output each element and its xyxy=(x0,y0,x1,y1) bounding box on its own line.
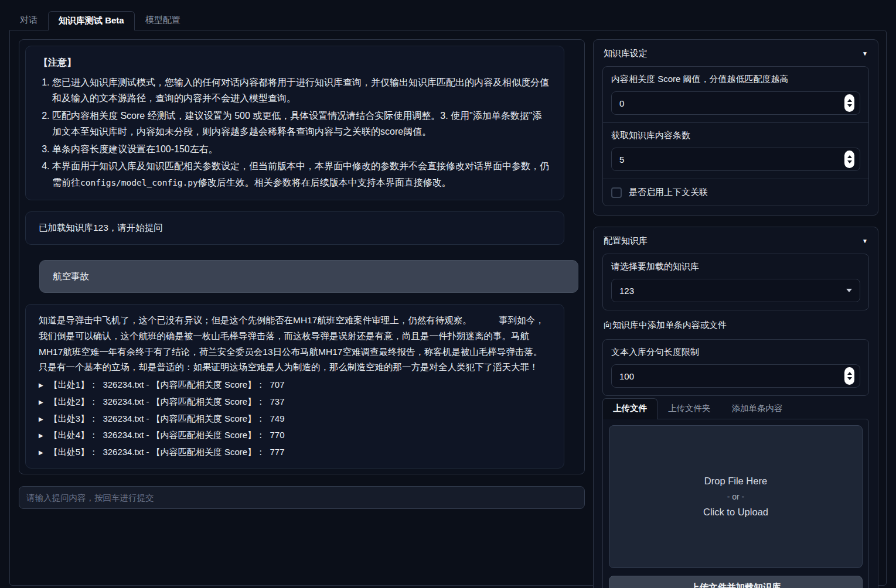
tab-kb-test[interactable]: 知识库测试 Beta xyxy=(48,11,135,30)
stepper-up-icon[interactable] xyxy=(847,372,852,375)
notice-item: 本界面用于知识入库及知识匹配相关参数设定，但当前版本中，本界面中修改的参数并不会… xyxy=(52,158,551,190)
context-link-checkbox[interactable] xyxy=(611,187,622,198)
tab-model-config[interactable]: 模型配置 xyxy=(135,11,191,30)
kb-config-accordion-header[interactable]: 配置知识库 ▼ xyxy=(602,234,869,254)
score-threshold-label: 内容相关度 Score 阈值，分值越低匹配度越高 xyxy=(611,74,860,85)
add-content-note: 向知识库中添加单条内容或文件 xyxy=(602,310,869,339)
topk-label: 获取知识库内容条数 xyxy=(611,130,860,141)
bot-answer-message: 知道是导弹击中飞机了，这个已没有异议；但是这个先例能否在MH17航班空难案件审理… xyxy=(25,304,564,469)
stepper-down-icon[interactable] xyxy=(847,160,852,163)
user-message-text: 航空事故 xyxy=(53,271,89,281)
notice-item-text: 修改后生效。相关参数将在后续版本中支持本界面直接修改。 xyxy=(198,177,451,187)
context-link-label: 是否启用上下文关联 xyxy=(629,187,708,198)
collapse-arrow-icon[interactable]: ▶ xyxy=(39,414,43,424)
sentence-length-form: 文本入库分句长度限制 xyxy=(602,339,869,396)
stepper-down-icon[interactable] xyxy=(847,377,852,380)
accordion-open-icon: ▼ xyxy=(862,50,868,57)
upload-and-load-kb-button[interactable]: 上传文件并加载知识库 xyxy=(609,576,863,588)
topk-input[interactable] xyxy=(611,148,860,171)
number-stepper[interactable] xyxy=(844,367,854,385)
question-input[interactable] xyxy=(19,486,585,509)
kb-select-label: 请选择要加载的知识库 xyxy=(611,261,860,272)
notice-title: 【注意】 xyxy=(39,54,551,71)
kb-test-tab-panel: 【注意】 您已进入知识库测试模式，您输入的任何对话内容都将用于进行知识库查询，并… xyxy=(9,30,887,586)
notice-item: 匹配内容相关度 Score 经测试，建议设置为 500 或更低，具体设置情况请结… xyxy=(52,108,551,140)
user-message: 航空事故 xyxy=(39,260,578,293)
accordion-open-icon: ▼ xyxy=(862,238,868,244)
source-text: 【出处3】： 326234.txt - 【内容匹配相关度 Score】： 749 xyxy=(49,411,285,426)
collapse-arrow-icon[interactable]: ▶ xyxy=(39,397,43,407)
collapse-arrow-icon[interactable]: ▶ xyxy=(39,447,43,457)
chatbot-area: 【注意】 您已进入知识库测试模式，您输入的任何对话内容都将用于进行知识库查询，并… xyxy=(19,39,585,474)
source-text: 【出处2】： 326234.txt - 【内容匹配相关度 Score】： 737 xyxy=(49,394,285,409)
source-row[interactable]: ▶ 【出处2】： 326234.txt - 【内容匹配相关度 Score】： 7… xyxy=(39,394,551,409)
number-stepper[interactable] xyxy=(844,151,854,168)
source-text: 【出处4】： 326234.txt - 【内容匹配相关度 Score】： 770 xyxy=(49,428,285,443)
bot-message: 已加载知识库123，请开始提问 xyxy=(25,211,564,245)
dropzone-line2: - or - xyxy=(727,492,745,501)
notice-list: 您已进入知识库测试模式，您输入的任何对话内容都将用于进行知识库查询，并仅输出知识… xyxy=(39,74,551,191)
notice-item: 单条内容长度建议设置在100-150左右。 xyxy=(52,141,551,158)
upload-tab-bar: 上传文件 上传文件夹 添加单条内容 xyxy=(602,398,869,419)
kb-select-dropdown[interactable] xyxy=(611,279,860,302)
score-threshold-input[interactable] xyxy=(611,91,860,115)
stepper-up-icon[interactable] xyxy=(847,155,852,158)
main-tab-bar: 对话 知识库测试 Beta 模型配置 xyxy=(0,0,896,30)
file-dropzone[interactable]: Drop File Here - or - Click to Upload xyxy=(609,425,863,568)
kb-config-title: 配置知识库 xyxy=(604,235,648,247)
kb-settings-accordion-header[interactable]: 知识库设定 ▼ xyxy=(602,47,869,66)
source-text: 【出处1】： 326234.txt - 【内容匹配相关度 Score】： 707 xyxy=(49,377,285,392)
bot-message-text: 已加载知识库123，请开始提问 xyxy=(39,223,163,233)
dropzone-line1: Drop File Here xyxy=(704,476,767,487)
settings-column: 知识库设定 ▼ 内容相关度 Score 阈值，分值越低匹配度越高 获取知识库内容 xyxy=(593,39,878,576)
kb-settings-accordion: 知识库设定 ▼ 内容相关度 Score 阈值，分值越低匹配度越高 获取知识库内容 xyxy=(593,39,878,216)
source-row[interactable]: ▶ 【出处3】： 326234.txt - 【内容匹配相关度 Score】： 7… xyxy=(39,411,551,426)
source-row[interactable]: ▶ 【出处5】： 326234.txt - 【内容匹配相关度 Score】： 7… xyxy=(39,445,551,460)
collapse-arrow-icon[interactable]: ▶ xyxy=(39,430,43,440)
kb-config-accordion: 配置知识库 ▼ 请选择要加载的知识库 向知识库中添加单条内容或文件 文本入库分句… xyxy=(593,227,878,588)
kb-settings-title: 知识库设定 xyxy=(604,48,648,59)
tab-upload-folder[interactable]: 上传文件夹 xyxy=(657,398,721,419)
config-file-path: configs/model_config.py xyxy=(80,178,198,187)
tab-chat[interactable]: 对话 xyxy=(9,11,48,30)
source-row[interactable]: ▶ 【出处4】： 326234.txt - 【内容匹配相关度 Score】： 7… xyxy=(39,428,551,443)
collapse-arrow-icon[interactable]: ▶ xyxy=(39,380,43,390)
notice-item: 您已进入知识库测试模式，您输入的任何对话内容都将用于进行知识库查询，并仅输出知识… xyxy=(52,74,551,107)
sentence-length-input[interactable] xyxy=(611,364,860,388)
source-text: 【出处5】： 326234.txt - 【内容匹配相关度 Score】： 777 xyxy=(49,445,285,460)
stepper-up-icon[interactable] xyxy=(847,99,852,102)
kb-select-row: 请选择要加载的知识库 xyxy=(603,254,868,310)
number-stepper[interactable] xyxy=(844,94,854,112)
upload-file-panel: Drop File Here - or - Click to Upload 上传… xyxy=(602,419,869,588)
kb-select-form: 请选择要加载的知识库 xyxy=(602,254,869,310)
notice-message: 【注意】 您已进入知识库测试模式，您输入的任何对话内容都将用于进行知识库查询，并… xyxy=(25,46,564,200)
tab-upload-file[interactable]: 上传文件 xyxy=(602,398,657,419)
context-link-checkbox-row[interactable]: 是否启用上下文关联 xyxy=(603,179,868,206)
source-row[interactable]: ▶ 【出处1】： 326234.txt - 【内容匹配相关度 Score】： 7… xyxy=(39,377,551,392)
topk-row: 获取知识库内容条数 xyxy=(603,122,868,179)
score-threshold-row: 内容相关度 Score 阈值，分值越低匹配度越高 xyxy=(603,67,868,122)
bot-answer-text: 知道是导弹击中飞机了，这个已没有异议；但是这个先例能否在MH17航班空难案件审理… xyxy=(39,313,551,375)
dropzone-line3: Click to Upload xyxy=(703,507,768,518)
chat-column: 【注意】 您已进入知识库测试模式，您输入的任何对话内容都将用于进行知识库查询，并… xyxy=(19,39,585,576)
sentence-length-row: 文本入库分句长度限制 xyxy=(603,340,868,395)
caret-down-icon[interactable] xyxy=(846,289,852,292)
chat-input-row xyxy=(19,486,585,509)
stepper-down-icon[interactable] xyxy=(847,104,852,107)
kb-settings-form: 内容相关度 Score 阈值，分值越低匹配度越高 获取知识库内容条数 xyxy=(602,66,869,206)
tab-add-single-content[interactable]: 添加单条内容 xyxy=(721,398,793,419)
sentence-length-label: 文本入库分句长度限制 xyxy=(611,347,860,358)
